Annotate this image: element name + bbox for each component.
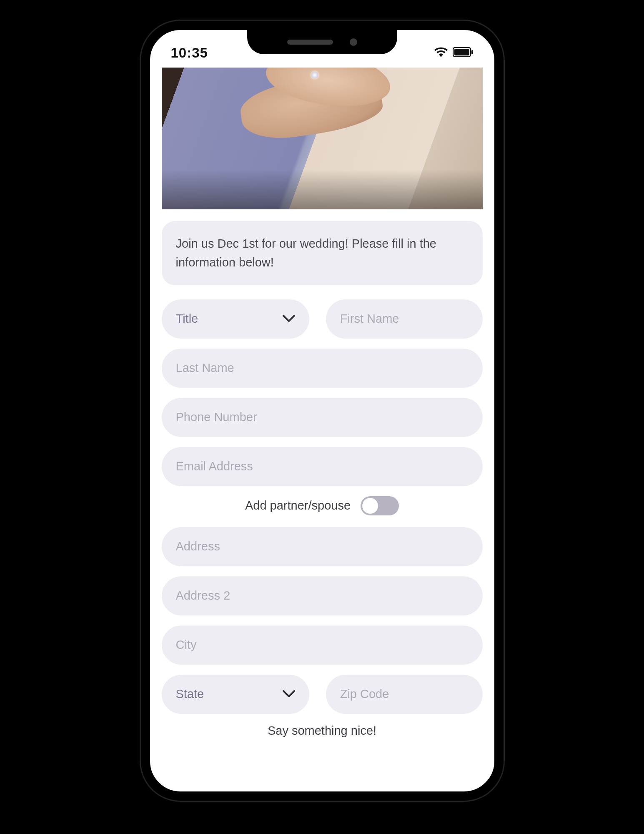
- zip-input[interactable]: [340, 687, 469, 701]
- first-name-input[interactable]: [340, 312, 469, 326]
- title-select[interactable]: Title: [162, 299, 309, 339]
- address-input[interactable]: [176, 540, 469, 553]
- phone-field[interactable]: [162, 398, 483, 437]
- address2-field[interactable]: [162, 576, 483, 615]
- zip-field[interactable]: [326, 675, 483, 714]
- first-name-field[interactable]: [326, 299, 483, 339]
- screen-content: Join us Dec 1st for our wedding! Please …: [150, 68, 494, 738]
- add-partner-toggle[interactable]: [361, 496, 399, 515]
- hero-image: [162, 68, 483, 209]
- toggle-knob: [362, 498, 378, 514]
- svg-rect-2: [471, 50, 473, 54]
- title-select-label: Title: [176, 312, 198, 326]
- email-field[interactable]: [162, 447, 483, 486]
- last-name-input[interactable]: [176, 361, 469, 375]
- chevron-down-icon: [283, 314, 295, 324]
- address-field[interactable]: [162, 527, 483, 566]
- email-input[interactable]: [176, 460, 469, 473]
- svg-rect-1: [454, 49, 469, 55]
- status-time: 10:35: [171, 45, 208, 61]
- ring-icon: [311, 72, 318, 78]
- address2-input[interactable]: [176, 589, 469, 603]
- wifi-icon: [434, 47, 448, 59]
- device-notch: [247, 30, 397, 54]
- phone-frame: 10:35 Join us Dec 1st for our wedding! P…: [141, 21, 504, 801]
- hero-hands-illustration: [228, 68, 403, 151]
- add-partner-label: Add partner/spouse: [245, 499, 351, 512]
- city-input[interactable]: [176, 638, 469, 652]
- state-select-label: State: [176, 687, 204, 701]
- add-partner-row: Add partner/spouse: [162, 496, 483, 515]
- notch-speaker: [287, 40, 333, 45]
- phone-input[interactable]: [176, 410, 469, 424]
- last-name-field[interactable]: [162, 349, 483, 388]
- city-field[interactable]: [162, 626, 483, 665]
- notch-camera: [350, 38, 357, 46]
- chevron-down-icon: [283, 689, 295, 699]
- footer-prompt: Say something nice!: [162, 724, 483, 738]
- invitation-banner: Join us Dec 1st for our wedding! Please …: [162, 221, 483, 285]
- battery-icon: [453, 47, 474, 59]
- status-icons: [434, 47, 474, 59]
- state-select[interactable]: State: [162, 675, 309, 714]
